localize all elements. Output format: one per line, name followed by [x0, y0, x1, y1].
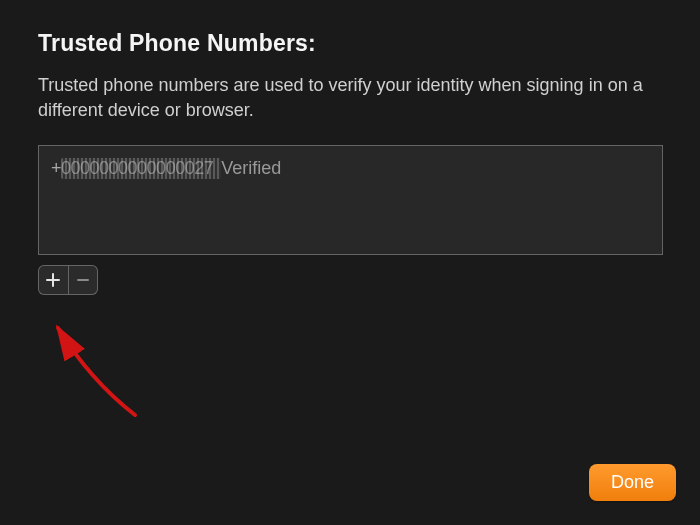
- panel-title: Trusted Phone Numbers:: [38, 30, 670, 57]
- done-button[interactable]: Done: [589, 464, 676, 501]
- remove-phone-button[interactable]: [69, 266, 98, 294]
- redaction-overlay: [61, 158, 221, 179]
- minus-icon: [76, 273, 90, 287]
- add-phone-button[interactable]: [39, 266, 68, 294]
- phone-number-masked: +0000000000000027: [51, 158, 213, 179]
- phone-status-label: Verified: [221, 158, 281, 179]
- instruction-arrow-icon: [40, 320, 160, 440]
- plus-icon: [46, 273, 60, 287]
- trusted-phone-numbers-panel: Trusted Phone Numbers: Trusted phone num…: [0, 0, 700, 315]
- phone-number-row[interactable]: +0000000000000027 Verified: [51, 156, 650, 181]
- panel-description: Trusted phone numbers are used to verify…: [38, 73, 658, 123]
- phone-numbers-listbox[interactable]: +0000000000000027 Verified: [38, 145, 663, 255]
- add-remove-button-group: [38, 265, 98, 295]
